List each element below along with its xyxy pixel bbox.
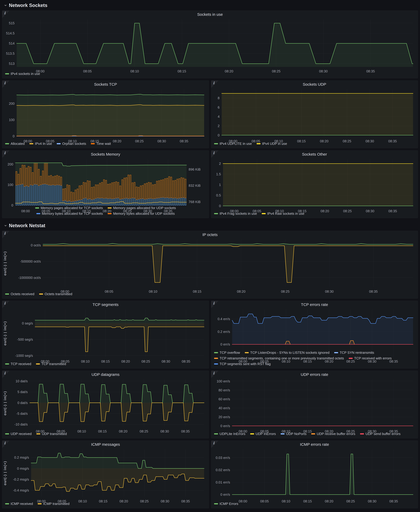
series-color-swatch [349,358,353,359]
svg-text:896 KiB: 896 KiB [189,167,201,171]
legend-item[interactable]: UDPLite InErrors [214,432,245,436]
panel-title[interactable]: TCP segments [2,301,209,307]
legend-item[interactable]: TCP retransmitted segments, containing o… [214,356,344,360]
chart-sockets-in-use[interactable]: 513513.5514514.551508:0008:0508:1008:150… [2,17,418,71]
legend-item[interactable]: TCP received with errors [349,356,392,360]
series-color-swatch [5,73,9,74]
legend-item[interactable]: Memory pages allocated for TCP sockets [35,206,103,210]
svg-text:4: 4 [218,115,220,118]
panel-title[interactable]: TCP errors rate [211,301,418,307]
svg-text:0.5: 0.5 [216,193,221,197]
panel-title[interactable]: ICMP errors rate [211,441,418,447]
chart-udp-datagrams[interactable]: 10 dat/s5 dat/s0 dat/s-5 dat/s-10 dat/s0… [2,377,209,431]
svg-text:515: 515 [9,21,15,25]
legend-item[interactable]: TCP transmitted [36,362,66,366]
panel-title[interactable]: Sockets UDP [211,81,418,87]
legend-item[interactable]: IPv4 Raw sockets in use [262,212,304,216]
legend-label: UDP send buffer errors [366,432,400,436]
legend-item[interactable]: IPv4 In use [30,142,52,146]
legend-label: Memory bytes allocated for UDP sockets [113,212,175,216]
legend: IPv4 UDPLITE in useIPv4 UDP in use [211,141,418,148]
panel-title[interactable]: UDP errors rate [211,371,418,377]
svg-text:768 KiB: 768 KiB [189,200,201,204]
legend-item[interactable]: ICMP received [5,502,33,506]
svg-text:out(-) | in(+): out(-) | in(+) [3,461,7,485]
row-header-network-sockets[interactable]: Network Sockets [2,0,418,10]
chart-ip-octets[interactable]: 0 oct/s-500000 oct/s-1000000 oct/s08:000… [2,237,418,292]
series-color-swatch [5,503,9,504]
svg-text:out(-) | in(+): out(-) | in(+) [3,321,7,346]
legend-item[interactable]: TCP segments sent with RST flag [214,362,271,366]
section-title: Network Sockets [9,3,47,8]
legend-item[interactable]: Memory pages allocated for UDP sockets [108,206,176,210]
legend-item[interactable]: TCP ListenDrops - SYNs to LISTEN sockets… [245,351,330,355]
legend-item[interactable]: Octets transmitted [39,292,72,296]
chart-sockets-memory[interactable]: 010020008:0008:0508:1008:1508:2008:2508:… [2,157,209,205]
legend-item[interactable]: TCP received [5,362,31,366]
svg-text:-500000 oct/s: -500000 oct/s [20,259,41,263]
series-color-swatch [250,433,254,434]
legend-label: Octets received [11,292,34,296]
series-color-swatch [36,433,40,434]
chart-udp-errors-rate[interactable]: 0 err/s20 err/s40 err/s60 err/s80 err/s1… [211,377,418,431]
legend-item[interactable]: Time wait [91,142,111,146]
legend-item[interactable]: Orphan sockets [57,142,86,146]
legend-item[interactable]: IPv4 sockets in use [5,72,40,76]
chart-tcp-errors-rate[interactable]: 0 err/s0.2 err/s0.4 err/s08:0008:0508:10… [211,307,418,350]
legend-item[interactable]: IPv4 Frag sockets in use [214,212,257,216]
legend-item[interactable]: UDP send buffer errors [360,432,400,436]
svg-text:0.03 err/s: 0.03 err/s [216,456,230,460]
svg-text:0.01 err/s: 0.01 err/s [216,480,230,484]
svg-text:5 dat/s: 5 dat/s [17,390,28,394]
chart-icmp-messages[interactable]: 0.2 msg/s0 msg/s-0.2 msg/s-0.4 msg/s08:0… [2,447,209,501]
legend-item[interactable]: TCP SYN rentransmits [334,351,374,355]
legend-item[interactable]: ICMP Errors [214,502,238,506]
chart-sockets-udp[interactable]: 0246808:0008:0508:1008:1508:2008:2508:30… [211,87,418,141]
legend: IPv4 Frag sockets in useIPv4 Raw sockets… [211,211,418,218]
svg-text:100 err/s: 100 err/s [217,379,230,383]
legend-item[interactable]: UDP received [5,432,32,436]
legend-item[interactable]: IPv4 UDPLITE in use [214,142,252,146]
panel-ip-octets: i IP octets 0 oct/s-500000 oct/s-1000000… [2,231,418,299]
legend-label: Memory bytes allocated for TCP sockets [42,212,103,216]
svg-text:40 err/s: 40 err/s [218,406,230,410]
panel-title[interactable]: ICMP messages [2,441,209,447]
legend-item[interactable]: TCP overflow [214,351,240,355]
legend-item[interactable]: Octets received [5,292,34,296]
svg-text:-10 dat/s: -10 dat/s [15,422,28,426]
panel-title[interactable]: UDP datagrams [2,371,209,377]
series-color-swatch [91,143,95,144]
chart-sockets-other[interactable]: 00.511.5208:0008:0508:1008:1508:2008:250… [211,157,418,211]
legend-item[interactable]: Memory bytes allocated for UDP sockets [108,212,175,216]
panel-title[interactable]: Sockets Memory [2,150,209,157]
row-header-network-netstat[interactable]: Network Netstat [2,220,418,231]
legend-item[interactable]: Memory bytes allocated for TCP sockets [36,212,103,216]
chart-tcp-segments[interactable]: 0 seg/s-500 seg/s-1000 seg/s08:0008:0508… [2,307,209,361]
chart-sockets-tcp[interactable]: 010020008:0008:0508:1008:1508:2008:2508:… [2,87,209,141]
series-color-swatch [245,352,249,353]
series-color-swatch [311,433,315,434]
panel-title[interactable]: Sockets in use [2,11,418,17]
legend-item[interactable]: IPv4 UDP in use [257,142,287,146]
svg-text:0.02 err/s: 0.02 err/s [216,468,230,472]
panel-title[interactable]: IP octets [2,231,418,237]
panel-title[interactable]: Sockets TCP [2,81,209,87]
legend-item[interactable]: Allocated [5,142,25,146]
legend-item[interactable]: UDP InErrors [250,432,276,436]
series-color-swatch [281,433,285,434]
svg-text:0 err/s: 0 err/s [220,342,230,346]
panel-title[interactable]: Sockets Other [211,150,418,157]
legend-item[interactable]: UDP receive buffer errors [311,432,355,436]
legend-label: IPv4 Raw sockets in use [267,212,304,216]
chart-icmp-errors-rate[interactable]: 0 err/s0.01 err/s0.02 err/s0.03 err/s08:… [211,447,418,501]
legend-item[interactable]: ICMP transmitted [38,502,69,506]
legend-label: ICMP received [11,502,33,506]
svg-text:0 msg/s: 0 msg/s [17,466,29,471]
legend-item[interactable]: UDP transmitted [36,432,67,436]
svg-text:100: 100 [9,118,15,122]
legend-label: TCP ListenDrops - SYNs to LISTEN sockets… [250,351,330,355]
svg-text:2: 2 [219,162,221,166]
series-color-swatch [36,363,40,365]
legend-item[interactable]: UDP NoPorts [281,432,307,436]
series-color-swatch [108,207,112,209]
